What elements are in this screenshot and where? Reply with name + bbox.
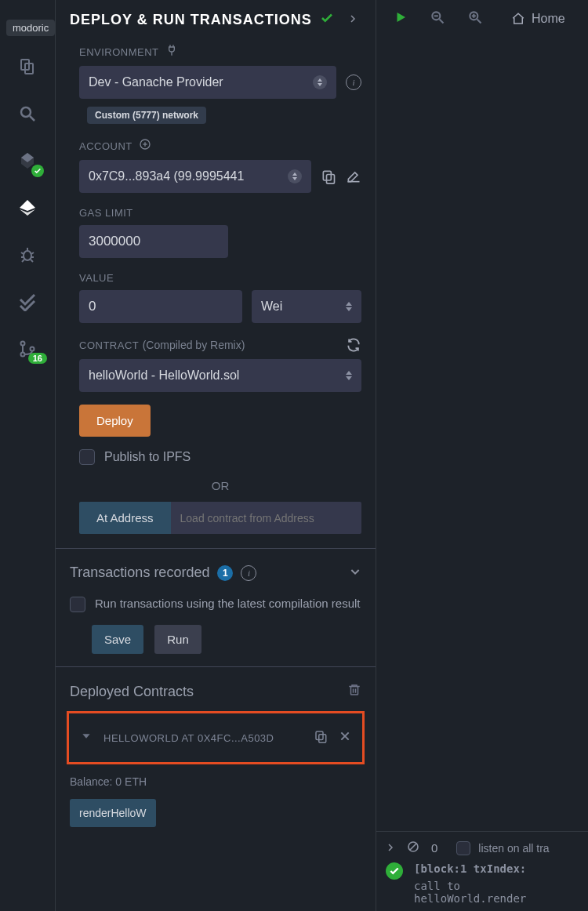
pending-count: 0 <box>431 841 437 855</box>
ban-icon[interactable] <box>406 840 420 856</box>
svg-line-32 <box>477 20 481 24</box>
play-icon[interactable] <box>394 10 408 27</box>
svg-point-2 <box>21 107 31 117</box>
updown-icon <box>288 169 302 183</box>
zoom-in-icon[interactable] <box>467 9 483 28</box>
deploy-panel: DEPLOY & RUN TRANSACTIONS ENVIRONMENT De… <box>55 0 376 911</box>
terminal: 0 listen on all tra [block:1 txIndex: ca… <box>376 831 588 911</box>
deployed-title: Deployed Contracts <box>70 684 194 700</box>
panel-title: DEPLOY & RUN TRANSACTIONS <box>70 12 312 28</box>
info-icon[interactable]: i <box>241 565 256 581</box>
deployed-section: Deployed Contracts HELLOWORLD AT 0X4FC..… <box>56 666 376 846</box>
transactions-count: 1 <box>217 565 233 581</box>
close-icon[interactable] <box>339 730 351 746</box>
gas-limit-label: GAS LIMIT <box>79 207 133 219</box>
publish-ipfs-checkbox[interactable] <box>79 449 95 465</box>
account-label: ACCOUNT <box>79 140 132 152</box>
edit-account-icon[interactable] <box>346 169 361 184</box>
save-button[interactable]: Save <box>92 625 143 654</box>
tooltip-badge: modoric <box>6 20 55 36</box>
git-count-badge: 16 <box>28 353 47 364</box>
environment-select[interactable]: Dev - Ganache Provider <box>79 66 336 99</box>
compile-success-badge <box>31 165 44 177</box>
value-label: VALUE <box>79 272 114 284</box>
svg-point-13 <box>21 353 25 357</box>
gas-limit-input[interactable] <box>89 234 219 249</box>
info-icon[interactable]: i <box>346 74 361 90</box>
svg-line-10 <box>22 260 24 262</box>
chevron-down-icon[interactable] <box>349 565 361 581</box>
svg-line-11 <box>31 260 33 262</box>
or-text: OR <box>79 479 361 492</box>
deployed-contract-name[interactable]: HELLOWORLD AT 0X4FC...A503D <box>103 732 303 744</box>
copy-address-icon[interactable] <box>314 729 328 746</box>
value-unit-select[interactable]: Wei <box>252 290 361 323</box>
chevron-down-icon[interactable] <box>80 730 93 746</box>
home-label: Home <box>532 12 565 26</box>
chevron-right-icon[interactable] <box>386 842 395 855</box>
chevron-right-icon[interactable] <box>348 13 358 27</box>
svg-point-12 <box>21 342 25 346</box>
publish-ipfs-label: Publish to IPFS <box>104 450 191 464</box>
value-input[interactable] <box>89 299 233 314</box>
check-icon <box>320 11 334 28</box>
svg-line-7 <box>31 252 34 254</box>
value-input-wrap <box>79 290 242 323</box>
home-tab[interactable]: Home <box>511 12 565 26</box>
deploy-icon[interactable] <box>16 196 39 220</box>
use-latest-checkbox[interactable] <box>70 597 85 612</box>
svg-line-29 <box>440 20 444 24</box>
at-address-input[interactable] <box>171 502 361 534</box>
at-address-button[interactable]: At Address <box>79 502 171 534</box>
analysis-icon[interactable] <box>16 290 39 314</box>
listen-checkbox[interactable] <box>456 841 470 855</box>
compiler-icon[interactable] <box>16 149 39 172</box>
run-button[interactable]: Run <box>154 625 201 654</box>
deployed-contract-card: HELLOWORLD AT 0X4FC...A503D <box>67 711 365 764</box>
vertical-iconbar: 16 <box>0 0 55 911</box>
contract-select[interactable]: helloWorld - HelloWorld.sol <box>79 359 361 392</box>
svg-line-3 <box>30 116 34 121</box>
log-block: [block:1 txIndex: <box>414 862 526 875</box>
contract-balance: Balance: 0 ETH <box>70 775 361 788</box>
account-value: 0x7C9...893a4 (99.9995441 <box>89 169 244 183</box>
contract-label: CONTRACT <box>79 339 139 351</box>
svg-line-6 <box>21 252 24 254</box>
network-badge: Custom (5777) network <box>87 107 206 124</box>
svg-point-4 <box>24 251 31 260</box>
trash-icon[interactable] <box>347 683 361 700</box>
svg-rect-21 <box>351 687 358 695</box>
search-icon[interactable] <box>16 102 39 125</box>
value-unit: Wei <box>261 299 282 314</box>
transactions-section: Transactions recorded 1 i Run transactio… <box>56 548 376 666</box>
transactions-title: Transactions recorded <box>70 564 209 581</box>
deploy-button[interactable]: Deploy <box>79 405 151 437</box>
contract-sublabel: (Compiled by Remix) <box>143 339 245 351</box>
debugger-icon[interactable] <box>16 243 39 267</box>
svg-line-36 <box>410 844 417 851</box>
plug-icon <box>165 44 178 60</box>
editor-toolbar: Home <box>376 0 588 38</box>
listen-label: listen on all tra <box>478 842 549 855</box>
copy-account-icon[interactable] <box>321 169 336 184</box>
zoom-out-icon[interactable] <box>430 9 445 28</box>
environment-value: Dev - Ganache Provider <box>89 75 223 89</box>
gas-limit-input-wrap <box>79 225 228 258</box>
contract-value: helloWorld - HelloWorld.sol <box>89 368 239 383</box>
account-select[interactable]: 0x7C9...893a4 (99.9995441 <box>79 160 311 193</box>
updown-icon <box>313 75 327 89</box>
call-function-button[interactable]: renderHelloW <box>70 799 156 827</box>
panel-header: DEPLOY & RUN TRANSACTIONS <box>56 0 376 31</box>
log-call: call to helloWorld.render <box>414 880 579 905</box>
environment-label: ENVIRONMENT <box>79 46 159 58</box>
svg-point-14 <box>31 347 34 351</box>
add-account-icon[interactable] <box>139 138 151 154</box>
editor-pane: Home 0 listen on all tra [block:1 txInde… <box>376 0 588 911</box>
use-latest-label: Run transactions using the latest compil… <box>95 595 361 612</box>
file-explorer-icon[interactable] <box>16 55 39 78</box>
refresh-icon[interactable] <box>346 337 361 353</box>
git-icon[interactable]: 16 <box>16 337 39 361</box>
svg-rect-20 <box>348 181 360 183</box>
success-icon <box>386 862 403 880</box>
